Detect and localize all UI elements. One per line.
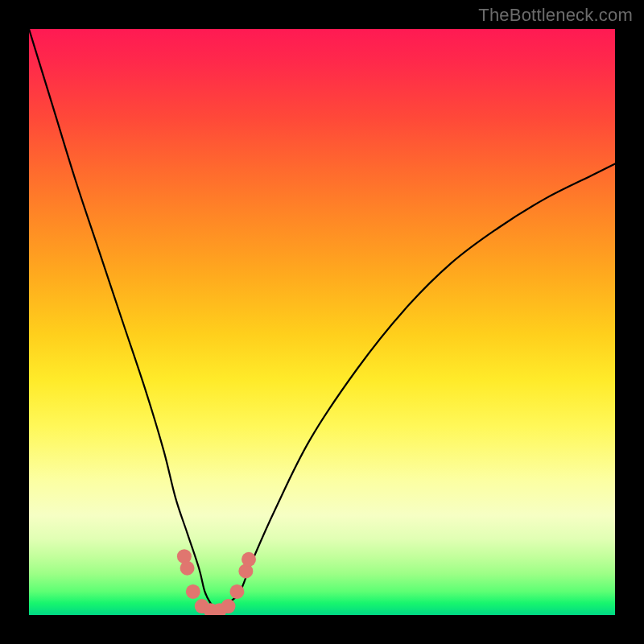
- curve-layer: [29, 29, 615, 615]
- plot-area: [29, 29, 615, 615]
- trough-marker: [186, 584, 200, 599]
- trough-marker: [180, 561, 195, 576]
- outer-frame: TheBottleneck.com: [0, 0, 644, 644]
- trough-marker: [221, 599, 236, 613]
- trough-marker: [242, 552, 256, 567]
- bottleneck-curve: [29, 29, 615, 610]
- trough-marker: [229, 584, 244, 599]
- watermark-text: TheBottleneck.com: [478, 5, 633, 26]
